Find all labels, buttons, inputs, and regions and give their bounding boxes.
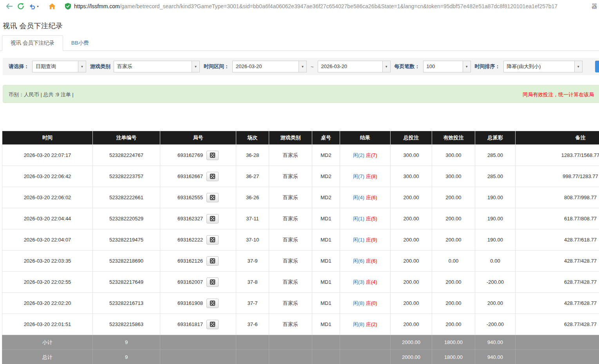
game-type-cell: 百家乐 [269,314,312,335]
chevron-down-icon[interactable]: ▼ [463,61,471,72]
back-arrow-icon [5,3,13,9]
date-to-select[interactable]: 2026-03-20 ▼ [318,61,391,72]
query-type-select[interactable]: 日期查询 ▼ [32,61,86,72]
chevron-down-icon[interactable]: ▼ [574,61,582,72]
grand-total-payout: 940.00 [475,350,516,364]
bet-id-cell: 523282220529 [93,208,160,229]
view-round-button[interactable] [206,214,219,223]
session-cell: 36-28 [236,145,269,166]
die-icon [210,152,215,158]
result-banker: 庄(0) [366,300,377,306]
sort-order-select[interactable]: 降幂(由大到小) ▼ [503,61,583,72]
subtotal-total-bet: 2000.00 [391,335,432,350]
url-path: /game/betrecord_search/kind3?GameType=30… [120,3,557,9]
view-round-button[interactable] [206,320,219,329]
table-row: 2026-03-20 22:02:20 523282216713 6931619… [2,293,599,314]
page-size-select[interactable]: 100 ▼ [423,61,471,72]
result-cell: 闲(8)庄(2) [340,314,391,335]
session-cell: 37-6 [236,314,269,335]
chevron-down-icon[interactable]: ▼ [192,61,199,72]
result-player: 闲(8) [353,300,364,306]
home-icon[interactable] [47,1,57,11]
table-row: 2026-03-20 22:06:42 523282223757 6931626… [2,166,599,187]
table-row: 2026-03-20 22:07:17 523282224767 6931627… [2,145,599,166]
round-cell: 693161817 [160,314,236,335]
round-number: 693162667 [177,173,203,179]
session-cell: 36-26 [236,187,269,208]
column-header-session: 场次 [236,131,269,145]
time-cell: 2026-03-20 22:06:42 [2,166,93,187]
date-from-select[interactable]: 2026-03-20 ▼ [232,61,307,72]
column-header-total-bet: 总投注 [391,131,432,145]
chevron-down-icon[interactable]: ▼ [78,61,86,72]
footer-empty-cell [236,350,269,364]
page-title: 视讯 会员下注纪录 [3,21,599,31]
undo-dropdown-caret[interactable]: ▾ [37,5,38,8]
payout-cell: 190.00 [475,229,516,250]
die-icon [210,173,215,179]
tab-bet-records[interactable]: 视讯 会员下注纪录 [2,35,63,51]
time-cell: 2026-03-20 22:01:51 [2,314,93,335]
page-size-value: 100 [423,61,463,72]
total-bet-cell[interactable]: 300.00 [391,145,432,166]
session-cell: 37-9 [236,250,269,272]
total-bet-cell[interactable]: 200.00 [391,208,432,229]
security-shield-icon [65,3,71,10]
view-round-button[interactable] [206,193,219,202]
total-bet-cell[interactable]: 200.00 [391,229,432,250]
home-house-icon [48,3,56,10]
view-round-button[interactable] [206,235,219,245]
time-cell: 2026-03-20 22:07:17 [2,145,93,166]
total-bet-cell[interactable]: 200.00 [391,250,432,272]
result-banker: 庄(4) [366,279,377,285]
round-cell: 693161908 [160,293,236,314]
total-bet-cell[interactable]: 200.00 [391,314,432,335]
chevron-down-icon[interactable]: ▼ [299,61,306,72]
refresh-icon[interactable] [16,1,26,11]
die-icon [210,258,215,264]
result-cell: 闲(6)庄(6) [340,250,391,272]
table-number-cell: MD2 [312,187,340,208]
view-round-button[interactable] [206,172,219,181]
valid-bet-cell: 200.00 [432,314,475,335]
column-header-round: 局号 [160,131,236,145]
total-bet-cell[interactable]: 200.00 [391,293,432,314]
total-bet-cell[interactable]: 200.00 [391,272,432,293]
result-player: 闲(6) [353,258,364,264]
view-round-button[interactable] [206,299,219,308]
payout-cell: -200.00 [475,314,516,335]
footer-empty-cell [340,350,391,364]
view-round-button[interactable] [206,151,219,160]
search-button[interactable] [595,61,599,72]
result-player: 闲(4) [353,195,364,200]
view-round-button[interactable] [206,256,219,266]
result-cell: 闲(3)庄(4) [340,272,391,293]
result-banker: 庄(8) [366,173,377,179]
game-type-cell: 百家乐 [269,166,312,187]
grand-total-label: 总计 [2,350,93,364]
result-player: 闲(1) [353,216,364,222]
time-cell: 2026-03-20 22:02:20 [2,293,93,314]
date-to-value: 2026-03-20 [318,61,382,72]
valid-bet-cell: 200.00 [432,187,475,208]
address-bar[interactable]: https://lssfmm.com/game/betrecord_search… [65,3,589,10]
tab-bb-tip[interactable]: BB小费 [63,36,97,50]
undo-arrow-icon [29,4,36,9]
session-cell: 37-10 [236,229,269,250]
round-cell: 693162126 [160,250,236,272]
die-icon [210,195,215,200]
game-type-select[interactable]: 百家乐 ▼ [114,61,200,72]
result-player: 闲(2) [353,152,364,158]
back-icon[interactable] [4,1,14,11]
result-cell: 闲(4)庄(6) [340,187,391,208]
total-bet-cell[interactable]: 300.00 [391,166,432,187]
payout-cell: 0.00 [475,250,516,272]
undo-icon[interactable]: ▾ [27,1,41,11]
result-cell: 闲(2)庄(7) [340,145,391,166]
table-number-cell: MD1 [312,314,340,335]
footer-empty-cell [269,335,312,350]
chevron-down-icon[interactable]: ▼ [382,61,390,72]
total-bet-cell[interactable]: 200.00 [391,187,432,208]
view-round-button[interactable] [206,278,219,287]
bet-id-cell: 523282223757 [93,166,160,187]
